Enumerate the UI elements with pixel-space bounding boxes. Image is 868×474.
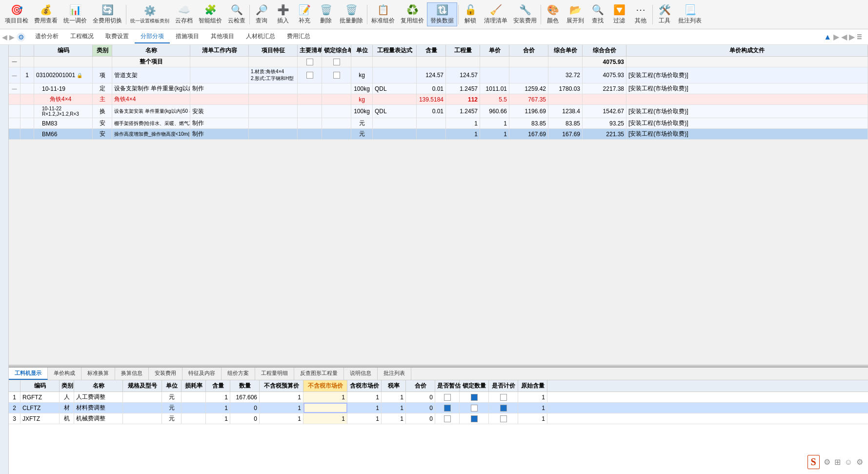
col-unit-header: 单位	[351, 45, 373, 56]
toolbar-supplement[interactable]: 📝 补充	[294, 3, 315, 26]
toolbar-find[interactable]: 🔍 查找	[587, 3, 608, 26]
brow2-lockqty-cb[interactable]	[471, 405, 478, 412]
table-row[interactable]: 10-11-22R×1.2,J×1.2,R×3 换 设备支架安装 单件重量(kg…	[9, 105, 868, 118]
nav-settings-icon[interactable]: ⚙	[17, 33, 25, 41]
table-row[interactable]: 角铁4×4 主 角铁4×4 kg 139.5184 112 5.5 767.35	[9, 94, 868, 105]
brow1-origqty: 1	[518, 392, 547, 402]
nav-next-icon[interactable]: ▶	[849, 32, 855, 41]
brow1-lockqty-cb[interactable]	[471, 394, 478, 401]
nav-labor-material[interactable]: 人材机汇总	[240, 30, 281, 43]
nav-back-icon[interactable]: ◀	[2, 33, 7, 41]
toolbar-unified-review[interactable]: 📊 统一调价	[61, 3, 90, 26]
toolbar-reuse-group[interactable]: ♻️ 复用组价	[398, 3, 427, 26]
nav-take-settings[interactable]: 取费设置	[100, 30, 135, 43]
toolbar-unified-review-label: 统一调价	[63, 17, 87, 25]
toolbar-full-fee[interactable]: 🔄 全费用切换	[90, 3, 125, 26]
brow1-notcalc[interactable]	[489, 392, 518, 402]
toolbar-cloud-check-label: 云检查	[228, 17, 245, 25]
brow3-isest-cb[interactable]	[444, 415, 451, 422]
toolbar-insert[interactable]: ➕ 插入	[272, 3, 294, 26]
row1-lockedprice-cb[interactable]	[333, 72, 340, 79]
bottom-tab-check-diagram[interactable]: 反查图形工程量	[294, 368, 344, 380]
row13-contain	[417, 118, 446, 128]
bottom-tab-std-calc[interactable]: 标准换算	[81, 368, 115, 380]
toolbar-expand[interactable]: 📂 展开到	[564, 3, 587, 26]
nav-measures[interactable]: 措施项目	[170, 30, 205, 43]
bottom-tab-description[interactable]: 说明信息	[344, 368, 378, 380]
row11-expand-icon[interactable]: —	[12, 86, 17, 91]
total-expand-icon[interactable]: —	[12, 59, 17, 64]
nav-menu-icon[interactable]: ☰	[857, 34, 862, 41]
row1-mainbill-cb[interactable]	[306, 72, 313, 79]
bottom-tab-proj-desc[interactable]: 工程量明细	[255, 368, 294, 380]
brow3-lockqty-cb[interactable]	[471, 415, 478, 422]
brow3-lockqty[interactable]	[460, 413, 489, 424]
toolbar-smart-group[interactable]: 🧩 智能组价	[196, 3, 225, 26]
toolbar-delete[interactable]: 🗑️ 删除	[315, 3, 337, 26]
bottom-tab-switch-info[interactable]: 换算信息	[115, 368, 149, 380]
toolbar-replace-data[interactable]: 🔃 替换数据	[427, 2, 457, 26]
toolbar-unlock[interactable]: 🔓 解锁	[460, 3, 481, 26]
row11-expand[interactable]: —	[9, 83, 20, 94]
bottom-tab-feature-content[interactable]: 特征及内容	[182, 368, 222, 380]
row1-expand[interactable]: —	[9, 67, 20, 83]
toolbar-project-target[interactable]: 🎯 项目目检	[2, 3, 31, 26]
nav-cost-analysis[interactable]: 遗价分析	[29, 30, 64, 43]
toolbar-batch-delete[interactable]: 🗑️ 批量删除	[337, 3, 366, 26]
brow1-isest-cb[interactable]	[444, 394, 451, 401]
nav-other-items[interactable]: 其他项目	[205, 30, 240, 43]
table-row[interactable]: BM83 安 棚手架搭拆费(给排水、采暖、燃气工程) 制作 元 1 1 83.8…	[9, 118, 868, 129]
nav-partial-items[interactable]: 分部分项	[135, 30, 170, 43]
table-row[interactable]: — 1 031002001001 🔒 项 管道支架 1.材质:角铁4×4 2.形…	[9, 67, 868, 83]
brow2-mktprice[interactable]	[303, 403, 347, 413]
bottom-tab-unit-comp[interactable]: 单价构成	[48, 368, 81, 380]
total-expand[interactable]: —	[9, 57, 20, 67]
toolbar-other[interactable]: ⋯ 其他	[630, 3, 651, 26]
toolbar-cost-check[interactable]: 💰 费用查看	[31, 3, 61, 26]
row1-expand-icon[interactable]: —	[12, 73, 17, 78]
bottom-tab-labor-display[interactable]: 工料机显示	[9, 368, 48, 380]
bottom-table-row[interactable]: 3 JXFTZ 机 机械费调整 元 1 0 1 1 1 1 0	[9, 413, 868, 424]
toolbar-color[interactable]: 🎨 颜色	[542, 3, 564, 26]
nav-fee-summary[interactable]: 费用汇总	[281, 30, 316, 43]
toolbar-unified-set[interactable]: ⚙️ 统一设置模板类别	[127, 4, 172, 25]
toolbar-cloud-check[interactable]: 🔍 云检查	[225, 3, 248, 26]
brow2-lockqty[interactable]	[460, 403, 489, 413]
row1-lockedprice[interactable]	[322, 67, 351, 83]
toolbar-batch-list[interactable]: 📃 批注列表	[675, 3, 705, 26]
brow2-isest[interactable]	[435, 403, 460, 413]
bottom-tab-group-plan[interactable]: 组价方案	[222, 368, 255, 380]
toolbar-install-fee[interactable]: 🔧 安装费用	[510, 3, 540, 26]
toolbar-tools[interactable]: 🛠️ 工具	[654, 3, 675, 26]
brow2-notcalc[interactable]	[489, 403, 518, 413]
bottom-table-row[interactable]: 1 RGFTZ 人 人工费调整 元 1 167.606 1 1 1 1 0	[9, 392, 868, 403]
nav-up-icon[interactable]: ▲	[824, 33, 831, 41]
replace-data-icon: 🔃	[436, 4, 448, 16]
brow2-notcalc-cb[interactable]	[500, 405, 507, 412]
bottom-tab-install-fee[interactable]: 安装费用	[149, 368, 182, 380]
toolbar-filter[interactable]: 🔽 过滤	[608, 3, 630, 26]
nav-project-overview[interactable]: 工程概况	[64, 30, 100, 43]
brow3-isest[interactable]	[435, 413, 460, 424]
table-row[interactable]: — 10-11-19 定 设备支架制作 单件重量(kg以内)50 制作 100k…	[9, 83, 868, 94]
brow3-notcalc-cb[interactable]	[500, 415, 507, 422]
table-row[interactable]: BM66 安 操作高度增加费_操作物高度<10m(给排水、采暖、燃气工程) 制作…	[9, 129, 868, 140]
toolbar-clear-clean[interactable]: 🧹 清理清单	[481, 3, 510, 26]
brow2-isest-cb[interactable]	[444, 405, 451, 412]
nav-right-icon[interactable]: ▶	[833, 32, 839, 41]
bottom-tab-batch-note[interactable]: 批注列表	[378, 368, 411, 380]
row11-contain: 0.01	[417, 83, 446, 94]
nav-prev-icon[interactable]: ◀	[841, 32, 847, 41]
row1-mainbill[interactable]	[298, 67, 322, 83]
brow1-isest[interactable]	[435, 392, 460, 402]
bottom-table-row[interactable]: 2 CLFTZ 材 材料费调整 元 1 0 1 1 1 0	[9, 403, 868, 413]
brow3-notcalc[interactable]	[489, 413, 518, 424]
toolbar-cloud-store[interactable]: ☁️ 云存档	[172, 3, 196, 26]
nav-forward-icon[interactable]: ▶	[9, 33, 15, 41]
toolbar-standard-group[interactable]: 📋 标准组价	[368, 3, 398, 26]
brow1-lockqty[interactable]	[460, 392, 489, 402]
row13-name: 棚手架搭拆费(给排水、采暖、燃气工程)	[112, 118, 190, 128]
toolbar-query[interactable]: 🔎 查询	[251, 3, 272, 26]
brow1-notcalc-cb[interactable]	[500, 394, 507, 401]
brow1-spec	[123, 392, 162, 402]
